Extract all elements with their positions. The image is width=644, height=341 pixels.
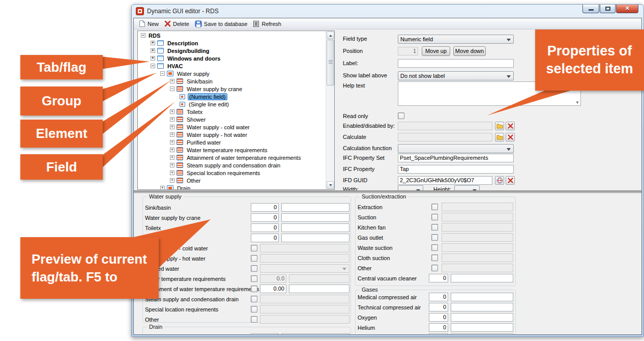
move-up-button[interactable]: Move up	[422, 46, 450, 56]
save-button[interactable]: Save to database	[193, 20, 251, 28]
expand-icon[interactable]: +	[160, 186, 165, 189]
scroll-down-icon[interactable]	[327, 181, 334, 189]
title-bar[interactable]: Dynamic GUI editor - RDS ✕	[132, 5, 643, 18]
checkbox[interactable]	[431, 214, 438, 220]
calculate-browse-button[interactable]	[495, 133, 504, 141]
delete-button[interactable]: Delete	[162, 20, 193, 27]
minimize-button[interactable]	[582, 5, 599, 13]
expand-icon[interactable]: +	[151, 56, 155, 61]
text-input[interactable]	[451, 333, 513, 335]
tree-item[interactable]: −HVAC	[138, 62, 325, 70]
height-select[interactable]	[454, 185, 480, 190]
move-down-button[interactable]: Move down	[453, 46, 486, 56]
numeric-input[interactable]: 0	[429, 323, 448, 332]
collapse-icon[interactable]: −	[141, 33, 145, 38]
checkbox[interactable]	[431, 254, 438, 261]
text-input[interactable]	[451, 274, 513, 282]
expand-icon[interactable]: +	[151, 48, 155, 53]
collapse-icon[interactable]: −	[151, 64, 155, 68]
tree-item[interactable]: −RDS	[138, 32, 325, 39]
checkbox[interactable]	[251, 286, 257, 292]
expand-icon[interactable]: +	[170, 148, 174, 152]
checkbox[interactable]	[251, 316, 257, 323]
tree-item[interactable]: +Attainment of water temperature require…	[138, 154, 325, 161]
numeric-input[interactable]: 0	[429, 313, 448, 322]
scroll-thumb[interactable]	[327, 40, 334, 86]
numeric-input[interactable]: 0	[251, 234, 279, 242]
expand-icon[interactable]: +	[170, 170, 174, 175]
checkbox[interactable]	[251, 255, 257, 262]
text-input[interactable]	[451, 293, 513, 301]
collapse-icon[interactable]: −	[170, 87, 174, 91]
tree-item[interactable]: +Windows and doors	[138, 54, 325, 62]
tree-item[interactable]: +Shower	[138, 116, 325, 123]
tree-item[interactable]: +Water supply - cold water	[138, 123, 325, 131]
numeric-input[interactable]: 0	[251, 213, 279, 222]
close-button[interactable]: ✕	[616, 5, 638, 13]
expand-icon[interactable]: +	[151, 41, 155, 45]
text-input[interactable]	[281, 223, 349, 232]
ifd-guid-lookup-button[interactable]	[495, 176, 504, 185]
text-input[interactable]	[451, 323, 513, 332]
expand-icon[interactable]: +	[170, 125, 174, 129]
text-input[interactable]	[451, 303, 513, 311]
expand-icon[interactable]: +	[170, 109, 174, 114]
text-input[interactable]	[289, 285, 349, 293]
checkbox[interactable]	[431, 265, 438, 271]
text-input[interactable]	[281, 333, 349, 335]
scroll-up-icon[interactable]	[327, 32, 334, 39]
expand-icon[interactable]: +	[170, 163, 174, 167]
numeric-input[interactable]: 0	[429, 303, 448, 311]
enabled-disabled-clear-button[interactable]	[506, 122, 515, 130]
checkbox[interactable]	[251, 245, 257, 251]
new-button[interactable]: New	[137, 19, 162, 28]
tree-item[interactable]: +Design/building	[138, 47, 325, 54]
ifd-guid-input[interactable]: 2_2C3GnUGHtNk500yV0$O7	[398, 176, 492, 185]
text-input[interactable]	[281, 213, 349, 222]
tree-item[interactable]: +Toiletx	[138, 108, 325, 116]
checkbox[interactable]	[431, 234, 438, 241]
numeric-input[interactable]: 0	[429, 293, 448, 301]
numeric-input[interactable]: 0	[429, 274, 448, 282]
maximize-button[interactable]	[600, 5, 616, 13]
show-label-above-select[interactable]: Do not show label	[398, 71, 514, 80]
expand-icon[interactable]: +	[170, 155, 174, 160]
tree-item[interactable]: −Water supply by crane	[138, 85, 325, 93]
numeric-input[interactable]	[251, 333, 279, 335]
tree-item[interactable]: +Other	[138, 177, 325, 184]
tree-item[interactable]: +Water temperature requirements	[138, 146, 325, 154]
tree-item[interactable]: +Purified water	[138, 138, 325, 146]
tree-item[interactable]: +Water supply - hot water	[138, 131, 325, 138]
tree-item[interactable]: (Numeric field)	[138, 93, 325, 100]
expand-icon[interactable]: +	[170, 117, 174, 122]
expand-icon[interactable]: +	[170, 79, 174, 83]
calculation-function-select[interactable]	[398, 144, 514, 153]
tree-scrollbar[interactable]	[326, 31, 334, 189]
ifd-guid-clear-button[interactable]	[506, 176, 515, 185]
refresh-button[interactable]: Refresh	[251, 20, 285, 28]
checkbox[interactable]	[251, 296, 257, 302]
ifc-property-input[interactable]: Tap	[398, 165, 514, 174]
tree-item[interactable]: +Drain	[138, 184, 325, 189]
expand-icon[interactable]: +	[170, 132, 174, 137]
tree-item[interactable]: +Description	[138, 39, 325, 47]
tree-item[interactable]: +Steam supply and condensation drain	[138, 161, 325, 169]
field-type-select[interactable]: Numeric field	[398, 35, 514, 44]
numeric-input[interactable]	[429, 333, 448, 335]
collapse-icon[interactable]: −	[160, 71, 165, 76]
text-input[interactable]	[451, 313, 513, 322]
width-select[interactable]	[398, 185, 423, 190]
checkbox[interactable]	[431, 244, 438, 251]
label-input[interactable]	[398, 59, 514, 68]
read-only-checkbox[interactable]	[398, 112, 404, 119]
checkbox[interactable]	[251, 265, 257, 272]
numeric-input[interactable]: 0.00	[260, 285, 286, 293]
enabled-disabled-browse-button[interactable]	[495, 122, 504, 130]
tree-item[interactable]: +Special location requirements	[138, 169, 325, 177]
tree-item[interactable]: −Water supply	[138, 70, 325, 77]
calculate-clear-button[interactable]	[506, 133, 515, 141]
checkbox[interactable]	[251, 306, 257, 312]
checkbox[interactable]	[431, 224, 438, 231]
checkbox[interactable]	[251, 275, 257, 282]
tree-item[interactable]: (Single line edit)	[138, 100, 325, 108]
